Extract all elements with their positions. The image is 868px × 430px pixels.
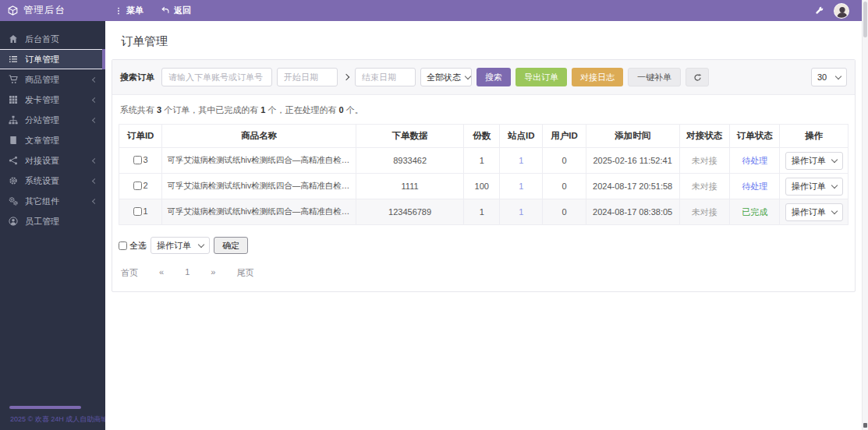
- sidebar-item-articles[interactable]: 文章管理: [0, 130, 105, 150]
- one-key-replenish-button[interactable]: 一键补单: [628, 68, 681, 86]
- book-icon: [9, 136, 18, 145]
- cell-user-id: 0: [543, 148, 586, 174]
- orders-summary: 系统共有 3 个订单，其中已完成的有 1 个，正在处理的有 0 个。: [119, 97, 849, 124]
- cell-user-id: 0: [543, 174, 586, 199]
- status-filter-select[interactable]: 全部状态: [420, 68, 472, 86]
- chevron-left-icon: [92, 76, 97, 82]
- status-filter-value: 全部状态: [427, 72, 461, 83]
- scrollbar[interactable]: [862, 0, 868, 430]
- cell-add-time: 2024-08-17 20:51:58: [586, 174, 679, 199]
- table-row: 3 可孚艾滋病检测试纸hiv检测纸四合—高精准自检梅毒双检非第四代4 89334…: [119, 148, 849, 174]
- search-input[interactable]: [161, 68, 272, 86]
- wrench-icon[interactable]: [814, 5, 824, 16]
- gear-icon: [9, 176, 18, 185]
- sidebar-item-system-settings[interactable]: 系统设置: [0, 171, 105, 191]
- cell-quantity: 100: [464, 174, 500, 199]
- chevron-down-icon: [831, 157, 837, 163]
- refresh-icon: [693, 73, 702, 82]
- pager-page-1[interactable]: 1: [185, 267, 190, 279]
- pagination: 首页 « 1 » 尾页: [121, 267, 849, 279]
- cell-link-status: 未对接: [679, 174, 729, 199]
- cell-product-name: 可孚艾滋病检测试纸hiv检测纸四合—高精准自检梅毒双检非第四代4: [162, 148, 356, 174]
- cell-order-data: 123456789: [356, 199, 464, 225]
- scrollbar-thumb[interactable]: [863, 2, 867, 37]
- sidebar-item-products[interactable]: 商品管理: [0, 69, 105, 90]
- col-user-id: 用户ID: [543, 125, 586, 148]
- pager-next[interactable]: »: [211, 267, 215, 279]
- brand-title: 管理后台: [23, 4, 66, 17]
- row-checkbox[interactable]: [133, 156, 142, 164]
- cell-quantity: 1: [464, 199, 500, 225]
- package-icon: [8, 5, 18, 16]
- sidebar-item-home[interactable]: 后台首页: [0, 29, 105, 49]
- cell-order-status: 待处理: [729, 148, 779, 174]
- orders-table: 订单ID 商品名称 下单数据 份数 站点ID 用户ID 添加时间 对接状态 订单…: [119, 124, 849, 225]
- chevron-left-icon: [92, 198, 97, 203]
- confirm-button[interactable]: 确定: [214, 237, 248, 254]
- cell-link-status: 未对接: [679, 199, 729, 225]
- sidebar-item-integration[interactable]: 对接设置: [0, 150, 105, 171]
- chevron-down-icon: [831, 182, 837, 189]
- cell-site-id[interactable]: 1: [500, 148, 543, 174]
- row-checkbox[interactable]: [133, 182, 142, 190]
- col-quantity: 份数: [464, 125, 500, 148]
- orders-card-body: 系统共有 3 个订单，其中已完成的有 1 个，正在处理的有 0 个。 订单ID …: [112, 95, 855, 291]
- cell-add-time: 2025-02-16 11:52:41: [586, 148, 679, 174]
- col-product-name: 商品名称: [162, 125, 356, 148]
- pager-prev[interactable]: «: [159, 267, 164, 279]
- row-action-select[interactable]: 操作订单: [785, 152, 843, 170]
- end-date-input[interactable]: [355, 68, 416, 86]
- cell-order-id: 1: [119, 199, 162, 225]
- cell-order-id: 3: [119, 148, 162, 174]
- sidebar-item-components[interactable]: 其它组件: [0, 191, 105, 211]
- admin-screen: 管理后台 菜单 返回: [0, 0, 868, 430]
- row-action-select[interactable]: 操作订单: [785, 178, 843, 196]
- chevron-down-icon: [831, 208, 837, 214]
- scrollbar-down-arrow[interactable]: [863, 423, 867, 428]
- return-arrow-icon: [161, 6, 170, 15]
- export-orders-button[interactable]: 导出订单: [515, 68, 567, 86]
- footer-copyright: 2025 © 欢喜 24H 成人自助商城: [0, 414, 105, 425]
- order-status-text: 已完成: [742, 207, 767, 217]
- chevron-left-icon: [92, 157, 97, 163]
- sidebar-item-cards[interactable]: 发卡管理: [0, 90, 105, 110]
- cell-actions: 操作订单: [780, 148, 849, 174]
- dots-vertical-icon: [115, 6, 122, 16]
- page-size-select[interactable]: 30: [811, 68, 847, 86]
- user-circle-icon: [9, 217, 18, 226]
- row-checkbox[interactable]: [133, 207, 142, 216]
- brand[interactable]: 管理后台: [0, 4, 106, 17]
- select-all-checkbox[interactable]: [119, 241, 127, 250]
- integration-log-button[interactable]: 对接日志: [572, 68, 623, 86]
- menu-toggle-button[interactable]: 菜单: [106, 0, 152, 21]
- page-title: 订单管理: [121, 34, 862, 49]
- cell-site-id[interactable]: 1: [500, 174, 543, 199]
- chevron-down-icon: [465, 73, 471, 79]
- sitemap-icon: [9, 115, 18, 125]
- cell-order-id: 2: [119, 174, 162, 199]
- footer-accent-bar: [9, 406, 81, 409]
- select-all[interactable]: 全选: [119, 240, 147, 252]
- sidebar-item-orders[interactable]: 订单管理: [0, 49, 105, 69]
- search-button[interactable]: 搜索: [477, 68, 511, 86]
- row-action-select[interactable]: 操作订单: [785, 203, 843, 221]
- sidebar-item-substations[interactable]: 分站管理: [0, 110, 105, 130]
- cell-site-id[interactable]: 1: [500, 199, 543, 225]
- pager-last[interactable]: 尾页: [236, 267, 253, 279]
- cell-product-name: 可孚艾滋病检测试纸hiv检测纸四合—高精准自检梅毒双检非第四代4: [162, 199, 356, 225]
- back-label: 返回: [174, 5, 191, 16]
- back-button[interactable]: 返回: [152, 0, 200, 21]
- avatar[interactable]: [834, 3, 849, 19]
- cell-quantity: 1: [464, 148, 500, 174]
- bulk-action-select[interactable]: 操作订单: [151, 237, 210, 254]
- col-actions: 操作: [780, 125, 849, 148]
- chevron-left-icon: [92, 97, 97, 102]
- cell-user-id: 0: [543, 199, 586, 225]
- sidebar-item-staff[interactable]: 员工管理: [0, 211, 105, 231]
- col-link-status: 对接状态: [679, 125, 729, 148]
- col-add-time: 添加时间: [586, 125, 679, 148]
- share-nodes-icon: [9, 156, 18, 165]
- start-date-input[interactable]: [277, 68, 338, 86]
- pager-first[interactable]: 首页: [121, 267, 138, 279]
- refresh-button[interactable]: [686, 68, 709, 86]
